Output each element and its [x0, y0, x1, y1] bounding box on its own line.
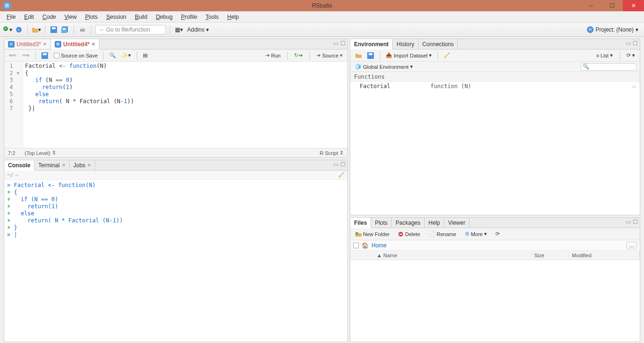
menu-edit[interactable]: Edit: [20, 13, 38, 21]
home-link[interactable]: Home: [372, 242, 387, 249]
console-path: ~/: [7, 172, 13, 178]
source-editor[interactable]: 1 2 ▾ 3 4 5 6 7 Factorial <- function(N)…: [4, 62, 347, 148]
new-folder-button[interactable]: + New Folder: [353, 231, 391, 237]
files-tab-help[interactable]: Help: [425, 218, 445, 228]
open-file-button[interactable]: ▾: [32, 25, 41, 34]
broom-icon[interactable]: 🧹: [338, 172, 345, 178]
environment-pane: EnvironmentHistoryConnections ▭ ☐ 📥 Impo…: [350, 39, 640, 215]
menu-help[interactable]: Help: [223, 13, 243, 21]
more-button[interactable]: ⚙ More ▾: [463, 230, 489, 237]
titlebar: R RStudio ─ ☐ ✕: [0, 0, 644, 11]
grid-view-button[interactable]: ▦▾: [174, 25, 183, 34]
refresh-env-button[interactable]: ⟳ ▾: [625, 52, 637, 59]
maximize-pane-icon[interactable]: ☐: [633, 219, 638, 225]
menu-plots[interactable]: Plots: [82, 13, 102, 21]
env-section-header: Functions: [350, 72, 640, 82]
clear-env-button[interactable]: 🧹: [442, 52, 452, 59]
menu-build[interactable]: Build: [131, 13, 151, 21]
addins-button[interactable]: Addins ▾: [185, 26, 211, 33]
save-all-button[interactable]: [60, 25, 70, 34]
save-source-button[interactable]: [40, 52, 50, 59]
run-button[interactable]: ➔ Run: [264, 52, 282, 59]
console-tab-terminal[interactable]: Terminal✕: [34, 160, 69, 170]
back-button[interactable]: ⟸: [7, 52, 18, 59]
env-view-mode[interactable]: ≡ List ▾: [594, 52, 615, 59]
col-size[interactable]: Size: [531, 253, 569, 258]
col-name[interactable]: ▲ Name: [374, 253, 531, 258]
wand-button[interactable]: ✨▾: [120, 52, 133, 59]
close-button[interactable]: ✕: [623, 0, 644, 11]
files-tab-viewer[interactable]: Viewer: [444, 218, 469, 228]
new-file-button[interactable]: +▾: [3, 25, 12, 34]
import-dataset-button[interactable]: 📥 Import Dataset ▾: [384, 52, 434, 59]
files-tab-plots[interactable]: Plots: [371, 218, 392, 228]
col-modified[interactable]: Modified: [569, 253, 640, 258]
minimize-pane-icon[interactable]: ▭: [626, 219, 631, 225]
close-tab-icon[interactable]: ✕: [91, 41, 95, 47]
editor-code[interactable]: Factorial <- function(N) { if (N == 0) r…: [23, 62, 136, 148]
project-selector[interactable]: R Project: (None) ▾: [587, 26, 641, 33]
goto-arrow-icon: →: [99, 26, 104, 33]
close-tab-icon[interactable]: ✕: [87, 163, 91, 168]
menu-profile[interactable]: Profile: [177, 13, 201, 21]
menu-code[interactable]: Code: [39, 13, 60, 21]
close-tab-icon[interactable]: ✕: [43, 41, 47, 47]
maximize-pane-icon[interactable]: ☐: [340, 40, 346, 47]
rename-button[interactable]: 📄 Rename: [427, 230, 458, 237]
project-icon: R: [587, 26, 594, 33]
svg-rect-14: [369, 53, 372, 55]
goto-placeholder: Go to file/function: [106, 26, 150, 33]
source-tab[interactable]: RUntitled3*✕: [4, 39, 51, 49]
env-search-input[interactable]: 🔍: [580, 63, 637, 71]
menu-view[interactable]: View: [61, 13, 81, 21]
print-button[interactable]: [78, 25, 87, 34]
maximize-button[interactable]: ☐: [602, 0, 623, 11]
env-tab-connections[interactable]: Connections: [419, 39, 458, 49]
menu-tools[interactable]: Tools: [202, 13, 223, 21]
home-icon[interactable]: 🏠: [362, 242, 369, 249]
maximize-pane-icon[interactable]: ☐: [340, 161, 346, 168]
menu-file[interactable]: File: [3, 13, 19, 21]
svg-text:+: +: [17, 28, 20, 32]
minimize-pane-icon[interactable]: ▭: [333, 40, 339, 47]
new-project-button[interactable]: +: [14, 25, 24, 34]
minimize-pane-icon[interactable]: ▭: [626, 40, 631, 47]
source-button[interactable]: ➔ Source ▾: [314, 52, 345, 59]
save-button[interactable]: [49, 25, 58, 34]
scope-selector[interactable]: (Top Level) ⇕: [25, 150, 56, 156]
load-workspace-button[interactable]: [353, 52, 363, 59]
window-title: RStudio: [312, 2, 332, 9]
console-tab-console[interactable]: Console: [4, 160, 34, 171]
env-tab-history[interactable]: History: [393, 39, 418, 49]
files-tab-packages[interactable]: Packages: [392, 218, 425, 228]
files-tab-files[interactable]: Files: [350, 218, 371, 228]
svg-rect-12: [43, 53, 47, 55]
forward-button[interactable]: ⟹: [20, 52, 32, 59]
mode-selector[interactable]: R Script ⇕: [320, 150, 344, 156]
refresh-files-button[interactable]: ⟳: [494, 230, 502, 237]
console-tab-jobs[interactable]: Jobs✕: [70, 160, 95, 170]
select-all-checkbox[interactable]: [353, 243, 359, 248]
rerun-button[interactable]: ↻➔: [292, 52, 305, 59]
minimize-pane-icon[interactable]: ▭: [333, 161, 339, 168]
source-tab[interactable]: RUntitled4*✕: [51, 39, 99, 49]
env-item[interactable]: Factorialfunction (N)▭: [350, 82, 640, 90]
svg-rect-10: [81, 27, 84, 29]
path-more-button[interactable]: …: [627, 242, 637, 249]
notebook-button[interactable]: ▤: [141, 52, 149, 59]
menu-session[interactable]: Session: [102, 13, 130, 21]
find-button[interactable]: 🔍: [107, 52, 118, 59]
env-scope-selector[interactable]: 🧊 Global Environment ▾: [353, 63, 415, 70]
maximize-pane-icon[interactable]: ☐: [633, 40, 638, 47]
source-pane: RUntitled3*✕RUntitled4*✕ ▭ ☐ ⟸ ⟹ Source …: [4, 39, 348, 158]
delete-button[interactable]: Delete: [396, 231, 422, 237]
minimize-button[interactable]: ─: [580, 0, 602, 11]
save-workspace-button[interactable]: [365, 52, 376, 59]
console-body[interactable]: > Factorial <- function(N) + { + if (N =…: [4, 180, 347, 342]
goto-file-input[interactable]: → Go to file/function: [95, 25, 166, 34]
menu-debug[interactable]: Debug: [152, 13, 176, 21]
env-tab-environment[interactable]: Environment: [350, 39, 393, 49]
function-icon[interactable]: ▭: [633, 83, 636, 90]
close-tab-icon[interactable]: ✕: [62, 163, 66, 168]
source-on-save-checkbox[interactable]: Source on Save: [52, 52, 99, 59]
